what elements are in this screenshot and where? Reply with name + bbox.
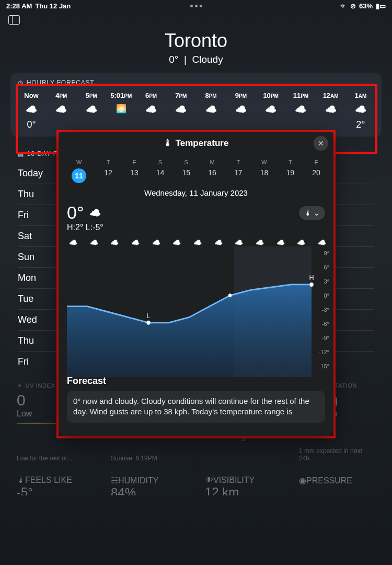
- hourly-item[interactable]: 10PM☁️: [257, 92, 284, 130]
- cloud-icon: ☁️: [175, 104, 187, 115]
- day-selector-item[interactable]: M16: [205, 157, 220, 185]
- hour-label: Now: [24, 92, 38, 99]
- hour-temp: 2°: [356, 119, 365, 130]
- multitask-dots-icon[interactable]: [0, 5, 392, 7]
- hourly-item[interactable]: 7PM☁️: [167, 92, 194, 130]
- hourly-item[interactable]: 12AM☁️: [317, 92, 344, 130]
- forecast-text: 0° now and cloudy. Cloudy conditions wil…: [67, 391, 325, 423]
- forecast-section: Forecast 0° now and cloudy. Cloudy condi…: [59, 376, 333, 423]
- hour-label: 5:01PM: [110, 92, 132, 99]
- sunset-icon: 🌅: [116, 104, 126, 114]
- cloud-icon: ☁️: [205, 104, 217, 115]
- close-button[interactable]: ✕: [314, 136, 328, 151]
- calendar-icon: ▤: [18, 150, 24, 157]
- day-selector: W11T12F13S14S15M16T17W18T19F20: [59, 155, 333, 185]
- chevron-down-icon: ⌄: [314, 209, 320, 217]
- hourly-item[interactable]: 11PM☁️: [287, 92, 314, 130]
- svg-text:L: L: [146, 311, 150, 319]
- day-selector-item[interactable]: F13: [127, 157, 142, 185]
- status-bar: 2:28 AM Thu 12 Jan ᯤ ⊘ 63% ▮▭: [0, 0, 392, 10]
- svg-point-3: [228, 293, 232, 297]
- cloud-icon: ☁️: [214, 239, 223, 246]
- day-selector-item[interactable]: W11: [68, 157, 89, 185]
- cloud-icon: ☁️: [235, 104, 247, 115]
- cloud-icon: ☁️: [86, 104, 97, 115]
- current-readout: 0° ☁️ 🌡 ⌄: [59, 202, 333, 223]
- hourly-item[interactable]: 8PM☁️: [198, 92, 225, 130]
- chart-condition-icons: ☁️☁️☁️☁️☁️☁️☁️☁️☁️☁️☁️☁️☁️: [67, 239, 328, 246]
- cloud-icon: ☁️: [355, 104, 366, 115]
- hour-label: 4PM: [55, 92, 67, 99]
- hourly-item[interactable]: 5:01PM🌅: [108, 92, 135, 130]
- hour-label: 7PM: [175, 92, 187, 99]
- hourly-forecast-title: ◷ HOURLY FORECAST: [18, 79, 374, 86]
- city-name: Toronto: [0, 30, 392, 52]
- day-selector-item[interactable]: S15: [179, 157, 194, 185]
- modal-header: 🌡 Temperature ✕: [59, 132, 333, 155]
- cloud-icon: ☁️: [325, 104, 337, 115]
- svg-point-2: [146, 321, 150, 325]
- hour-label: 8PM: [205, 92, 216, 99]
- current-conditions: 0° | Cloudy: [0, 54, 392, 65]
- hour-label: 9PM: [235, 92, 247, 99]
- cloud-icon: ☁️: [89, 207, 101, 219]
- hourly-item[interactable]: 6PM☁️: [137, 92, 165, 130]
- cloud-icon: ☁️: [90, 239, 98, 246]
- cloud-icon: ☁️: [172, 239, 181, 246]
- cloud-icon: ☁️: [297, 239, 305, 246]
- cloud-icon: ☁️: [69, 239, 77, 246]
- temperature-detail-modal: 🌡 Temperature ✕ W11T12F13S14S15M16T17W18…: [59, 132, 333, 436]
- svg-point-4: [309, 282, 313, 287]
- selected-date: Wednesday, 11 January 2023: [59, 188, 333, 197]
- hourly-item[interactable]: 9PM☁️: [227, 92, 255, 130]
- cloud-icon: ☁️: [265, 104, 276, 115]
- hour-label: 12AM: [323, 92, 339, 99]
- temperature-chart[interactable]: ☁️☁️☁️☁️☁️☁️☁️☁️☁️☁️☁️☁️☁️ L H 9°6°3°0°-…: [67, 239, 328, 369]
- sidebar-toggle-icon[interactable]: [8, 15, 20, 25]
- hour-label: 5PM: [85, 92, 97, 99]
- modal-hilo: H:2° L:-5°: [59, 223, 333, 232]
- cloud-icon: ☁️: [110, 239, 119, 246]
- day-selector-item[interactable]: S14: [153, 157, 168, 185]
- day-selector-item[interactable]: W18: [257, 157, 272, 185]
- hour-label: 1AM: [355, 92, 367, 99]
- hour-label: 10PM: [263, 92, 278, 99]
- thermometer-icon: 🌡: [164, 138, 172, 149]
- cloud-icon: ☁️: [131, 239, 140, 246]
- svg-text:H: H: [309, 273, 314, 281]
- cloud-icon: ☁️: [55, 104, 67, 115]
- hourly-item[interactable]: 1AM☁️2°: [347, 92, 374, 130]
- day-selector-item[interactable]: T17: [231, 157, 246, 185]
- cloud-icon: ☁️: [295, 104, 306, 115]
- day-selector-item[interactable]: T12: [101, 157, 116, 185]
- cloud-icon: ☁️: [235, 239, 243, 246]
- location-header: Toronto 0° | Cloudy: [0, 30, 392, 65]
- hour-label: 11PM: [293, 92, 308, 99]
- cloud-icon: ☁️: [145, 104, 157, 115]
- day-selector-item[interactable]: F20: [309, 157, 324, 185]
- cloud-icon: ☁️: [193, 239, 202, 246]
- cloud-icon: ☁️: [318, 239, 326, 246]
- y-axis-ticks: 9°6°3°0°-3°-6°-9°-12°-15°: [319, 250, 329, 369]
- hour-temp: 0°: [27, 119, 36, 130]
- modal-temp: 0°: [67, 202, 84, 223]
- modal-title: 🌡 Temperature: [164, 138, 229, 149]
- cloud-icon: ☁️: [152, 239, 160, 246]
- close-icon: ✕: [318, 139, 324, 148]
- cloud-icon: ☁️: [26, 104, 37, 115]
- clock-icon: ◷: [18, 79, 24, 86]
- hourly-forecast-panel[interactable]: ◷ HOURLY FORECAST Now☁️0°4PM☁️5PM☁️5:01P…: [10, 73, 382, 137]
- hourly-item[interactable]: 5PM☁️: [78, 92, 105, 130]
- cloud-icon: ☁️: [256, 239, 264, 246]
- hourly-item[interactable]: 4PM☁️: [48, 92, 75, 130]
- day-selector-item[interactable]: T19: [283, 157, 298, 185]
- hourly-item[interactable]: Now☁️0°: [18, 92, 45, 130]
- metric-selector-button[interactable]: 🌡 ⌄: [299, 206, 325, 220]
- cloud-icon: ☁️: [276, 239, 285, 246]
- hour-label: 6PM: [145, 92, 157, 99]
- thermometer-icon: 🌡: [304, 209, 312, 217]
